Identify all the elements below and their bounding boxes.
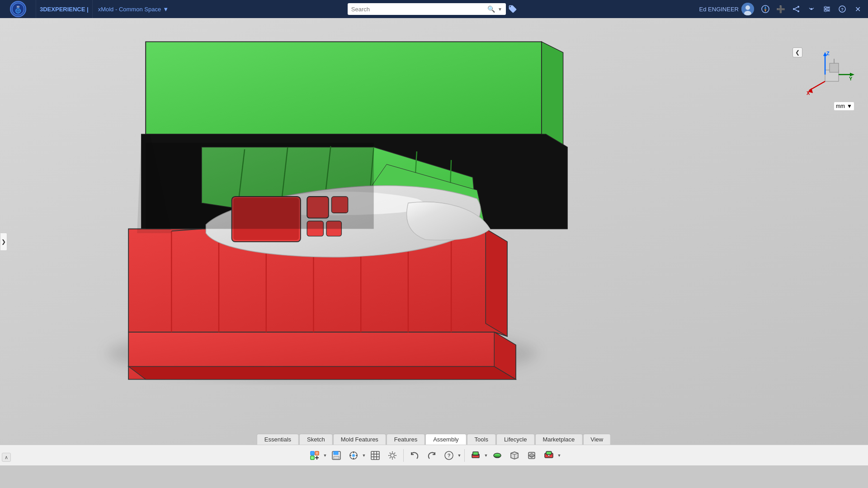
svg-point-82 [352,454,355,457]
svg-point-99 [548,455,550,456]
tab-features[interactable]: Features [387,434,425,445]
mold-tool-5[interactable] [541,447,557,464]
tag-button[interactable] [506,2,519,16]
unit-value: mm [836,103,845,109]
position-button[interactable] [345,447,362,464]
tab-marketplace[interactable]: Marketplace [535,434,582,445]
component-insert-arrow[interactable]: ▼ [323,447,327,464]
mold-tool-5-arrow[interactable]: ▼ [557,447,561,464]
tab-essentials[interactable]: Essentials [257,434,299,445]
svg-point-21 [825,10,826,12]
svg-marker-39 [128,366,516,380]
svg-rect-75 [334,451,338,455]
mold-tool-1[interactable] [467,447,484,464]
help-tool-button[interactable]: ? [441,447,457,464]
mold-tool-2[interactable] [489,447,505,464]
left-panel-expand[interactable]: ❯ [0,233,7,251]
user-area[interactable]: Ed ENGINEER [695,3,759,15]
add-icon[interactable]: ➕ [774,2,788,16]
tag-icon [508,5,517,14]
save-button[interactable] [328,447,344,464]
tab-view[interactable]: View [583,434,611,445]
tab-assembly[interactable]: Assembly [425,434,466,445]
search-input[interactable] [351,6,485,13]
viewport: ❯ ❮ Z X Y mm ▼ Essentials [0,18,868,465]
svg-rect-71 [311,451,314,455]
svg-point-88 [391,454,394,457]
svg-text:Z: Z [826,51,830,56]
svg-rect-76 [334,456,339,459]
svg-point-13 [797,10,799,12]
svg-marker-9 [764,6,766,9]
divider-2 [464,449,465,462]
tab-tools[interactable]: Tools [467,434,496,445]
svg-point-19 [825,6,826,8]
tool-group-mold5: ▼ [541,447,561,464]
tool-group-help: ? ▼ [441,447,462,464]
svg-rect-73 [311,456,314,460]
workspace-name: xMold - Common Space [98,6,161,13]
unit-selector[interactable]: mm ▼ [834,102,854,111]
axis-indicator: Z X Y [805,50,854,99]
mold-tool-1-arrow[interactable]: ▼ [484,447,488,464]
svg-marker-41 [486,229,507,336]
tool-group-mold2 [489,447,505,464]
search-icon: 🔍 [487,5,495,13]
right-tools: ➕ [759,2,868,16]
app-logo[interactable]: 3D [0,0,36,18]
svg-marker-57 [146,143,374,229]
compass-icon[interactable] [759,2,772,16]
svg-rect-98 [546,451,552,455]
grid-button[interactable] [367,447,383,464]
tab-mold-features[interactable]: Mold Features [333,434,386,445]
undo-button[interactable] [406,447,423,464]
bottom-toolbar: Essentials Sketch Mold Features Features… [0,434,868,465]
svg-point-12 [793,8,795,10]
strip-expand-button[interactable]: ∧ [2,453,11,462]
svg-marker-25 [146,42,542,134]
tool-group-2: ▼ [345,447,366,464]
settings-tool-button[interactable] [384,447,401,464]
component-insert-button[interactable] [307,447,323,464]
workspace-selector[interactable]: xMold - Common Space ▼ [92,0,172,18]
top-bar: 3D 3DEXPERIENCE | xMold - Common Space ▼… [0,0,868,18]
tab-lifecycle[interactable]: Lifecycle [496,434,535,445]
svg-rect-83 [371,451,379,460]
unit-arrow: ▼ [847,103,852,109]
svg-point-11 [797,6,799,8]
3d-scene [0,18,868,465]
svg-text:?: ? [448,453,451,458]
position-arrow[interactable]: ▼ [362,447,366,464]
svg-line-14 [795,7,797,9]
svg-point-20 [827,8,829,10]
svg-point-6 [745,5,750,10]
svg-text:3D: 3D [16,5,19,8]
user-label: Ed ENGINEER [699,6,739,13]
divider-1 [403,449,404,462]
help-icon[interactable]: ? [835,2,849,16]
broadcast-icon[interactable] [805,2,818,16]
mold-tool-3[interactable] [506,447,523,464]
svg-rect-72 [315,451,319,455]
svg-text:Y: Y [849,76,853,81]
tool-group-mold1: ▼ [467,447,488,464]
share-icon[interactable] [789,2,803,16]
svg-text:?: ? [841,7,844,12]
axis-collapse-button[interactable]: ❮ [793,47,802,57]
redo-button[interactable] [424,447,440,464]
settings-icon[interactable] [820,2,834,16]
logo-circle: 3D [10,1,26,17]
search-dropdown-icon[interactable]: ▼ [498,7,502,12]
help-arrow[interactable]: ▼ [457,447,462,464]
tab-bar: Essentials Sketch Mold Features Features… [257,434,611,445]
tab-sketch[interactable]: Sketch [299,434,333,445]
svg-line-15 [795,9,797,11]
workspace-arrow: ▼ [163,6,169,13]
search-box: 🔍 ▼ [348,3,506,15]
tool-group-1: ▼ [307,447,327,464]
search-area: 🔍 ▼ [172,2,695,16]
brand-label: 3DEXPERIENCE | [36,6,92,13]
mold-tool-4[interactable] [524,447,540,464]
close-icon[interactable]: ✕ [851,2,864,16]
svg-rect-60 [830,63,839,72]
